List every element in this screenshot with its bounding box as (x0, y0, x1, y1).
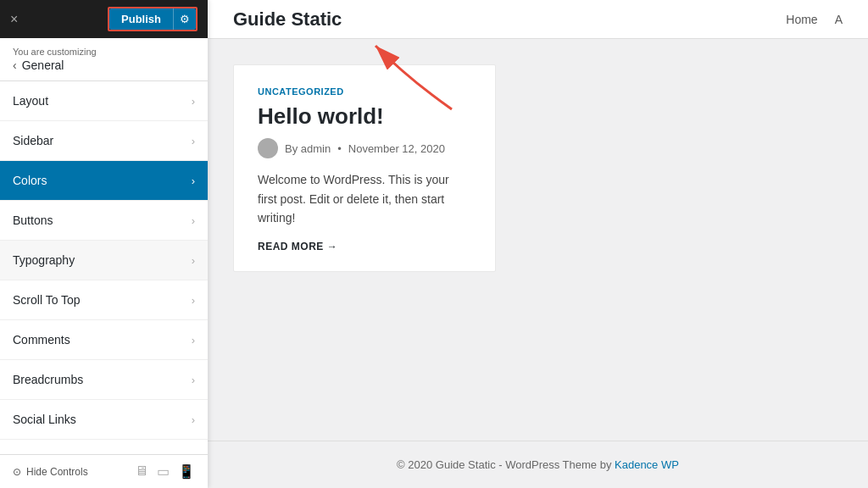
sidebar-item-label: Buttons (13, 214, 53, 227)
preview-nav: Home A (786, 13, 843, 26)
chevron-right-icon: › (192, 294, 195, 307)
sidebar-item-label: Social Links (13, 413, 76, 426)
sidebar-item-performance[interactable]: Performance › (0, 440, 208, 454)
back-button[interactable]: ‹ (13, 58, 17, 72)
hide-controls-label: Hide Controls (26, 466, 88, 478)
chevron-right-icon: › (192, 214, 195, 227)
post-date: November 12, 2020 (348, 142, 445, 155)
chevron-right-icon: › (192, 254, 195, 267)
preview-topbar: Guide Static Home A (208, 0, 868, 39)
chevron-right-icon: › (192, 374, 195, 386)
publish-button[interactable]: Publish (109, 8, 173, 30)
panel-header: × Publish ⚙ (0, 0, 208, 38)
sidebar-item-layout[interactable]: Layout › (0, 81, 208, 121)
preview-area: Guide Static Home A UNCATEGORIZED Hello … (208, 0, 868, 488)
preview-content: UNCATEGORIZED Hello world! By admin • No… (208, 39, 868, 441)
back-row: ‹ General (13, 58, 195, 72)
preview-wrapper: Guide Static Home A UNCATEGORIZED Hello … (208, 0, 868, 488)
menu-list: Layout › Sidebar › Colors › Buttons › Ty… (0, 81, 208, 454)
desktop-icon[interactable]: 🖥 (135, 463, 148, 480)
customizing-label: You are customizing (13, 47, 195, 57)
mobile-icon[interactable]: 📱 (178, 463, 195, 480)
post-excerpt: Welcome to WordPress. This is your first… (258, 170, 471, 227)
sidebar-item-sidebar[interactable]: Sidebar › (0, 121, 208, 161)
sidebar-item-breadcrumbs[interactable]: Breadcrumbs › (0, 360, 208, 400)
post-category: UNCATEGORIZED (258, 86, 471, 97)
gear-button[interactable]: ⚙ (173, 8, 196, 30)
sidebar-item-label: Layout (13, 94, 48, 108)
nav-item-a[interactable]: A (835, 13, 843, 26)
sidebar-item-typography[interactable]: Typography › (0, 241, 208, 280)
chevron-right-icon: › (192, 95, 195, 108)
close-button[interactable]: × (10, 13, 18, 26)
nav-home[interactable]: Home (786, 13, 817, 26)
meta-dot: • (337, 142, 342, 155)
chevron-right-icon: › (192, 413, 195, 426)
customizer-panel: × Publish ⚙ You are customizing ‹ Genera… (0, 0, 208, 488)
preview-footer: © 2020 Guide Static - WordPress Theme by… (208, 441, 868, 488)
avatar (258, 138, 278, 158)
panel-subheader: You are customizing ‹ General (0, 38, 208, 81)
chevron-right-icon: › (192, 175, 195, 187)
read-more-link[interactable]: READ MORE → (258, 241, 471, 252)
sidebar-item-label: Sidebar (13, 134, 53, 147)
sidebar-item-label: Typography (13, 253, 75, 267)
publish-wrapper: Publish ⚙ (108, 7, 198, 31)
sidebar-item-scroll-to-top[interactable]: Scroll To Top › (0, 280, 208, 320)
sidebar-item-label: Breadcrumbs (13, 373, 83, 386)
post-meta: By admin • November 12, 2020 (258, 138, 471, 158)
site-title: Guide Static (233, 8, 342, 30)
circle-icon: ⊙ (13, 466, 21, 478)
footer-link[interactable]: Kadence WP (615, 458, 679, 471)
chevron-right-icon: › (192, 135, 195, 147)
sidebar-item-label: Comments (13, 333, 70, 347)
sidebar-item-label: Scroll To Top (13, 293, 81, 307)
sidebar-item-buttons[interactable]: Buttons › (0, 201, 208, 241)
sidebar-item-comments[interactable]: Comments › (0, 320, 208, 360)
tablet-icon[interactable]: ▭ (157, 463, 170, 480)
post-author: By admin (285, 142, 331, 155)
hide-controls-button[interactable]: ⊙ Hide Controls (13, 466, 88, 478)
panel-footer: ⊙ Hide Controls 🖥 ▭ 📱 (0, 454, 208, 488)
post-card: UNCATEGORIZED Hello world! By admin • No… (233, 64, 496, 272)
sidebar-item-social-links[interactable]: Social Links › (0, 400, 208, 440)
sidebar-item-colors[interactable]: Colors › (0, 161, 208, 201)
chevron-right-icon: › (192, 334, 195, 347)
footer-icons: 🖥 ▭ 📱 (135, 463, 195, 480)
footer-text: © 2020 Guide Static - WordPress Theme by (397, 458, 615, 471)
sidebar-item-label: Colors (13, 174, 47, 187)
section-label: General (22, 58, 64, 72)
post-title: Hello world! (258, 103, 471, 130)
